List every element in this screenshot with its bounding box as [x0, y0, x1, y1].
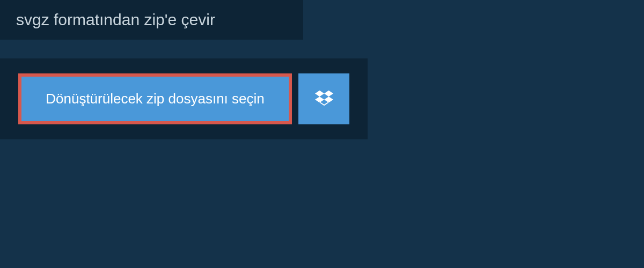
upload-panel: Dönüştürülecek zip dosyasını seçin: [0, 58, 368, 139]
dropbox-button[interactable]: [298, 73, 349, 124]
page-title: svgz formatından zip'e çevir: [16, 11, 215, 28]
page-title-bar: svgz formatından zip'e çevir: [0, 0, 303, 40]
select-file-label: Dönüştürülecek zip dosyasını seçin: [46, 91, 265, 107]
dropbox-icon: [315, 89, 333, 109]
select-file-button[interactable]: Dönüştürülecek zip dosyasını seçin: [18, 73, 292, 124]
